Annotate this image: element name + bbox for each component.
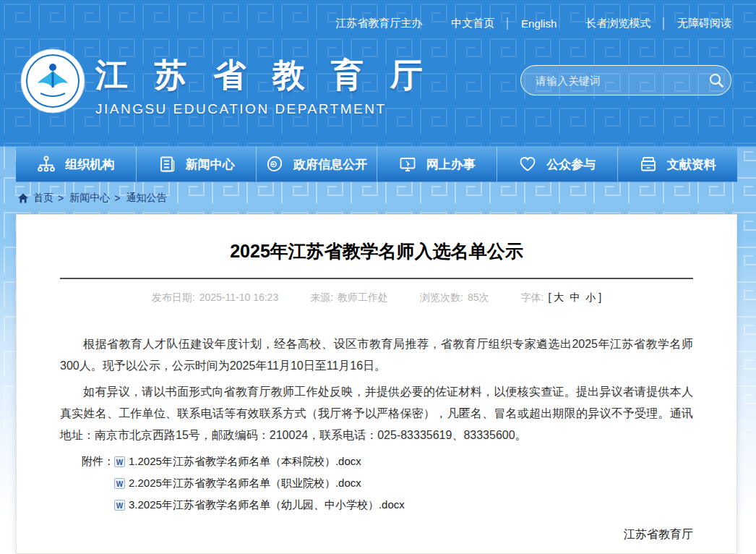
archive-icon	[639, 155, 658, 174]
nav-item-organization[interactable]: 组织机构	[16, 147, 136, 182]
bracket-close: ]	[598, 291, 601, 303]
attachment-link-2[interactable]: W 2.2025年江苏省教学名师名单（职业院校）.docx	[114, 472, 405, 494]
article-panel: 2025年江苏省教学名师入选名单公示 发布日期:2025-11-10 16:23…	[16, 214, 737, 554]
meta-source-value: 教师工作处	[338, 291, 388, 303]
bracket-open: [	[548, 291, 551, 303]
topbar-link-host[interactable]: 江苏省教育厅主办	[335, 17, 422, 30]
site-title-block[interactable]: 江 苏 省 教 育 厅 JIANGSU EDUCATION DEPARTMENT	[95, 54, 431, 117]
main-nav: 组织机构 新闻中心 政府信息公开 网上办事 公众参与	[16, 147, 737, 182]
meta-publish-label: 发布日期:	[152, 291, 195, 303]
font-size-large-button[interactable]: 大	[554, 291, 564, 303]
nav-item-online-services[interactable]: 网上办事	[377, 147, 497, 182]
topbar-link-chinese-home[interactable]: 中文首页	[451, 17, 494, 30]
org-chart-icon	[37, 155, 56, 174]
meta-source-label: 来源:	[310, 291, 333, 303]
attachment-name: 3.2025年江苏省教学名师名单（幼儿园、中小学校）.docx	[129, 494, 405, 516]
search-icon	[708, 72, 724, 88]
breadcrumb-home[interactable]: 首页	[33, 192, 53, 205]
online-service-icon	[398, 155, 417, 174]
article-signature: 江苏省教育厅 2025年11月10日	[17, 527, 693, 554]
nav-label: 政府信息公开	[293, 156, 367, 173]
nav-item-gov-info-disclosure[interactable]: 政府信息公开	[256, 147, 377, 182]
signature-organization: 江苏省教育厅	[17, 527, 693, 542]
article-paragraph: 根据省教育人才队伍建设年度计划，经各高校、设区市教育局推荐，省教育厅组织专家遴选…	[60, 333, 693, 377]
attachment-name: 1.2025年江苏省教学名师名单（本科院校）.docx	[129, 451, 361, 472]
article-paragraph: 如有异议，请以书面形式向省教育厅教师工作处反映，并提供必要的佐证材料，以便核实查…	[60, 381, 693, 446]
topbar: 江苏省教育厅主办 中文首页 │ English 长者浏览模式 │ 无障碍阅读	[0, 0, 756, 46]
nav-label: 网上办事	[426, 156, 476, 173]
news-icon	[158, 155, 176, 174]
nav-label: 文献资料	[667, 156, 716, 173]
heart-icon	[518, 155, 537, 174]
site-name: 江 苏 省 教 育 厅	[95, 54, 431, 97]
nav-label: 组织机构	[65, 156, 114, 173]
attachment-link-1[interactable]: W 1.2025年江苏省教学名师名单（本科院校）.docx	[114, 451, 405, 472]
home-icon[interactable]	[17, 192, 29, 204]
font-size-small-button[interactable]: 小	[585, 291, 596, 303]
article-meta: 发布日期:2025-11-10 16:23 来源:教师工作处 浏览次数:85次 …	[17, 291, 736, 304]
meta-font-size-switcher: 字体:[大中小]	[521, 291, 602, 304]
topbar-separator: │	[661, 17, 667, 29]
meta-views: 浏览次数:85次	[420, 291, 489, 304]
attachments-label: 附件：	[82, 451, 114, 472]
meta-font-label: 字体:	[521, 291, 544, 303]
breadcrumb-separator: >	[114, 192, 120, 204]
attachment-name: 2.2025年江苏省教学名师名单（职业院校）.docx	[129, 472, 361, 494]
meta-views-value: 85次	[468, 291, 489, 303]
font-size-medium-button[interactable]: 中	[570, 291, 580, 303]
jiangsu-education-logo-icon[interactable]	[20, 48, 85, 114]
info-disclosure-icon	[265, 155, 284, 174]
topbar-link-accessibility[interactable]: 无障碍阅读	[677, 17, 731, 30]
nav-label: 新闻中心	[186, 156, 235, 173]
attachment-link-3[interactable]: W 3.2025年江苏省教学名师名单（幼儿园、中小学校）.docx	[114, 494, 405, 516]
breadcrumb-notices[interactable]: 通知公告	[126, 192, 166, 205]
attachments-list: W 1.2025年江苏省教学名师名单（本科院校）.docx W 2.2025年江…	[114, 451, 405, 516]
word-doc-icon: W	[114, 478, 125, 489]
search-box	[520, 65, 731, 95]
article-title: 2025年江苏省教学名师入选名单公示	[17, 239, 736, 263]
nav-label: 公众参与	[546, 156, 596, 173]
meta-views-label: 浏览次数:	[420, 291, 463, 303]
meta-publish-date: 发布日期:2025-11-10 16:23	[152, 291, 278, 304]
nav-item-news-center[interactable]: 新闻中心	[136, 147, 257, 182]
word-doc-icon: W	[114, 456, 125, 467]
breadcrumb: 首页 > 新闻中心 > 通知公告	[17, 188, 756, 208]
breadcrumb-news-center[interactable]: 新闻中心	[69, 192, 110, 205]
article-body: 根据省教育人才队伍建设年度计划，经各高校、设区市教育局推荐，省教育厅组织专家遴选…	[60, 333, 693, 446]
nav-item-public-participation[interactable]: 公众参与	[497, 147, 617, 182]
search-button[interactable]	[702, 66, 731, 95]
site-name-english: JIANGSU EDUCATION DEPARTMENT	[95, 101, 431, 117]
title-divider	[60, 278, 693, 279]
attachments-section: 附件： W 1.2025年江苏省教学名师名单（本科院校）.docx W 2.20…	[60, 451, 693, 516]
meta-source: 来源:教师工作处	[310, 291, 388, 304]
topbar-link-english[interactable]: English	[521, 17, 557, 30]
site-header: 江 苏 省 教 育 厅 JIANGSU EDUCATION DEPARTMENT	[0, 46, 756, 147]
breadcrumb-separator: >	[58, 192, 64, 204]
word-doc-icon: W	[114, 500, 125, 511]
search-input[interactable]	[521, 74, 702, 87]
topbar-link-elder-mode[interactable]: 长者浏览模式	[585, 17, 650, 30]
nav-item-documents[interactable]: 文献资料	[617, 147, 738, 182]
topbar-separator: │	[504, 17, 511, 29]
page: { "topbar": { "separator": "│", "links":…	[0, 0, 756, 554]
meta-publish-value: 2025-11-10 16:23	[199, 291, 279, 303]
